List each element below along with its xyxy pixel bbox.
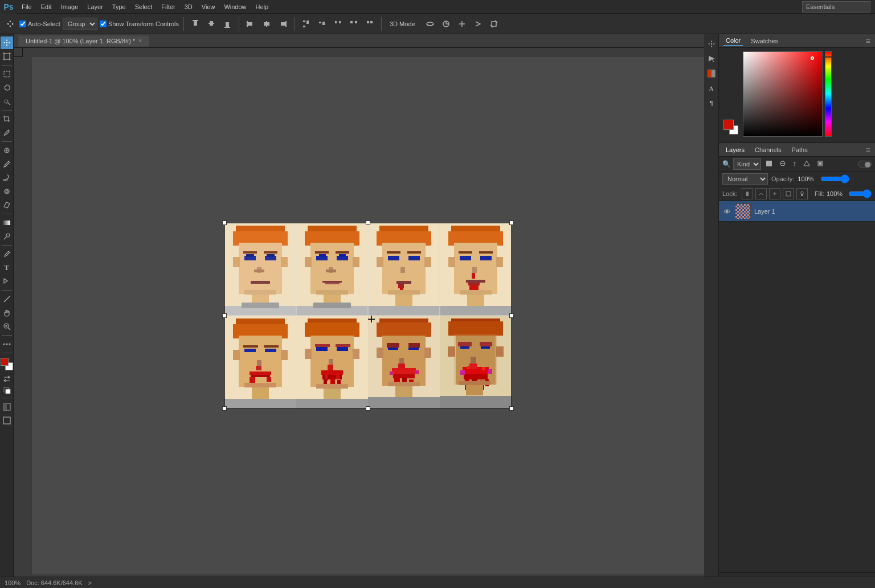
screen-mode[interactable] <box>1 414 13 427</box>
layers-panel-menu[interactable]: ≡ <box>866 145 870 154</box>
align-right[interactable] <box>276 17 289 31</box>
transform-handle-ml[interactable] <box>222 313 227 318</box>
move-tool-options[interactable] <box>3 17 17 31</box>
transform-handle-bl[interactable] <box>222 406 227 411</box>
crop-tool[interactable] <box>1 113 13 125</box>
filter-shape[interactable] <box>801 158 812 170</box>
menu-file[interactable]: File <box>17 2 36 12</box>
move-tool[interactable] <box>1 36 13 49</box>
transform-handle-mr[interactable] <box>509 313 514 318</box>
menu-edit[interactable]: Edit <box>36 2 56 12</box>
text-tool[interactable]: T <box>1 262 13 274</box>
brush-tool[interactable] <box>1 158 13 170</box>
auto-select-checkbox[interactable]: Auto-Select <box>19 21 60 27</box>
dodge-tool[interactable] <box>1 230 13 243</box>
menu-type[interactable]: Type <box>108 2 130 12</box>
transform-handle-tr[interactable] <box>509 220 514 225</box>
3d-slide[interactable] <box>471 17 485 31</box>
distribute-vcenter[interactable] <box>315 17 329 31</box>
kind-select[interactable]: Kind <box>733 158 761 170</box>
marquee-tool[interactable] <box>1 68 13 80</box>
3d-pan[interactable] <box>455 17 469 31</box>
opacity-slider[interactable] <box>821 175 849 182</box>
distribute-hcenter[interactable] <box>347 17 361 31</box>
color-spectrum-picker[interactable] <box>743 51 823 137</box>
tab-swatches[interactable]: Swatches <box>749 36 780 46</box>
filter-type[interactable]: T <box>791 158 799 170</box>
blend-mode-select[interactable]: Normal Multiply Screen <box>722 173 768 185</box>
menu-3d[interactable]: 3D <box>180 2 197 12</box>
status-arrow[interactable]: > <box>88 579 92 586</box>
menu-select[interactable]: Select <box>130 2 157 12</box>
menu-help[interactable]: Help <box>251 2 273 12</box>
quick-select-tool[interactable] <box>1 95 13 108</box>
align-top[interactable] <box>189 17 202 31</box>
lock-all[interactable] <box>796 188 808 199</box>
right-move-icon[interactable] <box>705 38 718 50</box>
lock-transparent[interactable] <box>742 188 753 199</box>
path-select-tool[interactable] <box>1 275 13 288</box>
transform-handle-br[interactable] <box>509 406 514 411</box>
lock-artboard[interactable] <box>783 188 794 199</box>
transform-handle-tc[interactable] <box>366 220 370 225</box>
3d-rotate[interactable] <box>423 17 437 31</box>
right-arrow-icon[interactable] <box>705 52 718 65</box>
menu-view[interactable]: View <box>197 2 220 12</box>
lock-position[interactable] <box>769 188 780 199</box>
menu-layer[interactable]: Layer <box>83 2 108 12</box>
lock-image[interactable] <box>755 188 767 199</box>
distribute-right[interactable] <box>363 17 377 31</box>
canvas-tab-close[interactable]: × <box>138 38 142 44</box>
eraser-tool[interactable] <box>1 199 13 211</box>
fill-slider[interactable] <box>849 190 872 197</box>
tab-color[interactable]: Color <box>723 36 743 46</box>
pen-tool[interactable] <box>1 248 13 260</box>
filter-adjust[interactable] <box>777 158 788 170</box>
workspace-dropdown[interactable]: Essentials <box>802 1 870 13</box>
menu-filter[interactable]: Filter <box>157 2 179 12</box>
align-left[interactable] <box>244 17 257 31</box>
right-paragraph-icon[interactable]: ¶ <box>705 97 718 109</box>
tab-layers[interactable]: Layers <box>723 145 747 154</box>
auto-select-input[interactable] <box>19 21 26 27</box>
hand-tool[interactable] <box>1 307 13 319</box>
lasso-tool[interactable] <box>1 81 13 94</box>
align-hcenter[interactable] <box>260 17 273 31</box>
right-type-icon[interactable]: A <box>705 82 718 95</box>
canvas-tab[interactable]: Untitled-1 @ 100% (Layer 1, RGB/8#) * × <box>18 35 149 47</box>
distribute-left[interactable] <box>331 17 345 31</box>
default-colors-btn[interactable] <box>3 386 11 395</box>
swap-colors-btn[interactable] <box>3 375 11 384</box>
clone-tool[interactable] <box>1 172 13 184</box>
gradient-tool[interactable] <box>1 217 13 229</box>
menu-image[interactable]: Image <box>56 2 83 12</box>
tab-paths[interactable]: Paths <box>790 145 810 154</box>
3d-scale[interactable] <box>487 17 501 31</box>
fg-color-swatch[interactable] <box>723 120 734 130</box>
color-panel-menu[interactable]: ≡ <box>866 36 870 46</box>
history-brush-tool[interactable] <box>1 185 13 198</box>
eyedropper-tool[interactable] <box>1 126 13 139</box>
3d-roll[interactable] <box>439 17 453 31</box>
distribute-top[interactable] <box>299 17 313 31</box>
layer-item[interactable]: Layer 1 <box>719 201 875 222</box>
transform-handle-bc[interactable] <box>366 406 370 411</box>
filter-pixel[interactable] <box>763 158 775 170</box>
tab-channels[interactable]: Channels <box>753 145 783 154</box>
align-vcenter[interactable] <box>205 17 218 31</box>
line-tool[interactable] <box>1 293 13 305</box>
menu-window[interactable]: Window <box>219 2 251 12</box>
hue-slider[interactable] <box>825 51 832 137</box>
more-tools[interactable] <box>1 338 13 350</box>
right-color-icon[interactable] <box>705 67 718 80</box>
show-transform-checkbox[interactable]: Show Transform Controls <box>100 21 179 27</box>
transform-handle-tl[interactable] <box>222 220 227 225</box>
quick-mask-mode[interactable] <box>1 401 13 413</box>
mode-3d-button[interactable]: 3D Mode <box>386 17 419 31</box>
artboard-tool[interactable] <box>1 50 13 63</box>
foreground-swatch[interactable] <box>1 358 9 366</box>
filter-smart[interactable] <box>815 158 826 170</box>
canvas-workspace[interactable] <box>32 57 704 574</box>
zoom-tool[interactable] <box>1 320 13 333</box>
align-bottom[interactable] <box>220 17 234 31</box>
